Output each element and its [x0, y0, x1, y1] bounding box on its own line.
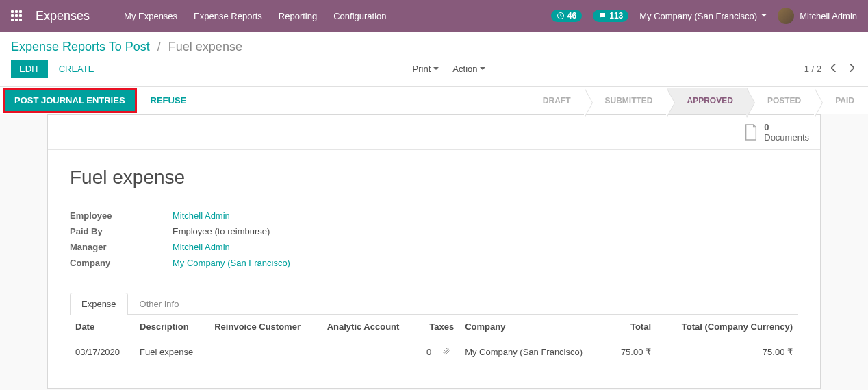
chevron-down-icon — [761, 13, 767, 19]
label-employee: Employee — [70, 210, 173, 221]
label-manager: Manager — [70, 242, 173, 252]
app-title: Expenses — [36, 9, 90, 23]
pager: 1 / 2 — [804, 61, 857, 77]
activity-badge[interactable]: 46 — [551, 10, 582, 22]
documents-count: 0 — [764, 122, 809, 132]
breadcrumb: Expense Reports To Post / Fuel expense — [11, 40, 857, 54]
cell-analytic — [322, 339, 418, 365]
breadcrumb-parent[interactable]: Expense Reports To Post — [11, 40, 150, 53]
chevron-down-icon — [433, 67, 439, 71]
avatar — [778, 8, 794, 24]
tab-other-info[interactable]: Other Info — [128, 293, 191, 315]
user-name: Mitchell Admin — [800, 11, 857, 21]
col-company[interactable]: Company — [459, 315, 609, 339]
activity-count: 46 — [567, 11, 576, 21]
cell-total: 75.00 ₹ — [609, 339, 656, 365]
col-total-cc[interactable]: Total (Company Currency) — [656, 315, 798, 339]
document-icon — [743, 123, 758, 141]
status-approved[interactable]: APPROVED — [667, 88, 747, 114]
action-dropdown[interactable]: Action — [452, 64, 485, 74]
status-posted[interactable]: POSTED — [747, 88, 815, 114]
cell-description: Fuel expense — [134, 339, 209, 365]
expense-table: Date Description Reinvoice Customer Anal… — [70, 315, 798, 365]
breadcrumb-current: Fuel expense — [168, 40, 242, 53]
print-dropdown[interactable]: Print — [413, 64, 439, 74]
pager-prev[interactable] — [828, 61, 839, 77]
cell-company: My Company (San Francisco) — [459, 339, 609, 365]
menu-my-expenses[interactable]: My Expenses — [124, 11, 177, 21]
form-container: 0 Documents Fuel expense Employee Mitche… — [0, 114, 868, 389]
chevron-down-icon — [480, 67, 485, 71]
create-button[interactable]: Create — [59, 64, 94, 74]
label-company: Company — [70, 258, 173, 268]
cell-date: 03/17/2020 — [70, 339, 134, 365]
pager-text: 1 / 2 — [804, 64, 821, 74]
col-total[interactable]: Total — [609, 315, 656, 339]
cell-reinvoice — [209, 339, 321, 365]
tab-expense[interactable]: Expense — [70, 293, 128, 315]
refuse-button[interactable]: Refuse — [140, 87, 198, 114]
top-navbar: Expenses My Expenses Expense Reports Rep… — [0, 0, 868, 32]
tabs: Expense Other Info — [70, 293, 798, 315]
menu-reporting[interactable]: Reporting — [279, 11, 317, 21]
status-submitted[interactable]: SUBMITTED — [585, 88, 667, 114]
edit-button[interactable]: Edit — [11, 60, 48, 78]
sheet-header: 0 Documents — [48, 115, 820, 150]
field-table: Employee Mitchell Admin Paid By Employee… — [70, 208, 798, 271]
menu-expense-reports[interactable]: Expense Reports — [194, 11, 262, 21]
status-bar: DRAFT SUBMITTED APPROVED POSTED PAID — [522, 88, 868, 114]
cell-attachment-count: 0 — [418, 339, 437, 365]
table-row[interactable]: 03/17/2020 Fuel expense 0 My Company (Sa… — [70, 339, 798, 365]
documents-label: Documents — [764, 132, 809, 143]
documents-button[interactable]: 0 Documents — [732, 115, 820, 149]
col-description[interactable]: Description — [134, 315, 209, 339]
col-analytic[interactable]: Analytic Account — [322, 315, 418, 339]
status-paid[interactable]: PAID — [815, 88, 868, 114]
messages-count: 113 — [609, 11, 623, 21]
value-employee[interactable]: Mitchell Admin — [173, 210, 230, 221]
control-panel: Expense Reports To Post / Fuel expense E… — [0, 32, 868, 87]
paperclip-icon — [442, 346, 450, 356]
company-switcher[interactable]: My Company (San Francisco) — [639, 11, 767, 21]
chevron-left-icon — [831, 64, 837, 72]
chevron-right-icon — [849, 64, 854, 72]
record-title: Fuel expense — [70, 167, 798, 188]
action-bar: Post Journal Entries Refuse DRAFT SUBMIT… — [0, 87, 868, 114]
form-sheet: 0 Documents Fuel expense Employee Mitche… — [47, 114, 821, 389]
cell-total-cc: 75.00 ₹ — [656, 339, 798, 365]
value-paid-by: Employee (to reimburse) — [173, 226, 270, 236]
col-reinvoice[interactable]: Reinvoice Customer — [209, 315, 321, 339]
col-taxes[interactable]: Taxes — [418, 315, 459, 339]
apps-icon[interactable] — [11, 10, 22, 21]
attachment-icon[interactable] — [437, 339, 459, 365]
col-date[interactable]: Date — [70, 315, 134, 339]
label-paid-by: Paid By — [70, 226, 173, 236]
user-menu[interactable]: Mitchell Admin — [778, 8, 857, 24]
main-menu: My Expenses Expense Reports Reporting Co… — [124, 11, 551, 21]
clock-icon — [557, 12, 565, 20]
chat-icon — [598, 12, 607, 20]
messages-badge[interactable]: 113 — [593, 10, 628, 22]
status-draft[interactable]: DRAFT — [522, 88, 585, 114]
menu-configuration[interactable]: Configuration — [333, 11, 386, 21]
pager-next[interactable] — [846, 61, 857, 77]
post-journal-entries-button[interactable]: Post Journal Entries — [3, 88, 137, 113]
value-company[interactable]: My Company (San Francisco) — [173, 258, 290, 268]
navbar-right: 46 113 My Company (San Francisco) Mitche… — [551, 8, 857, 24]
value-manager[interactable]: Mitchell Admin — [173, 242, 230, 252]
